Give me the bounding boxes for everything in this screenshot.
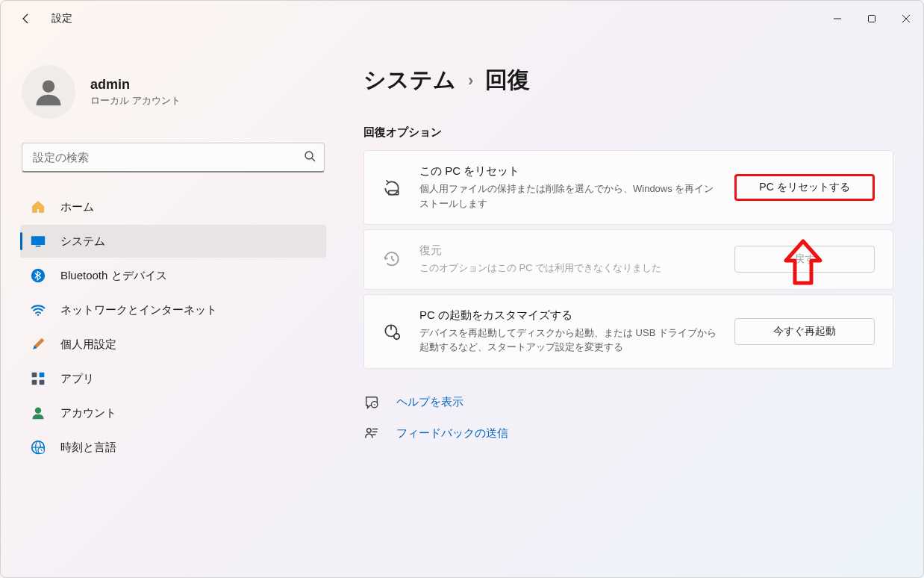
nav-bluetooth[interactable]: Bluetooth とデバイス: [20, 259, 326, 292]
card-reset-pc: この PC をリセット 個人用ファイルの保持または削除を選んでから、Window…: [363, 150, 893, 225]
search-input[interactable]: [22, 143, 325, 173]
power-gear-icon: [382, 322, 402, 341]
svg-point-30: [367, 428, 372, 432]
system-icon: [31, 234, 46, 249]
avatar: [22, 65, 75, 119]
card-title: PC の起動をカスタマイズする: [419, 308, 717, 323]
svg-text:?: ?: [373, 403, 375, 407]
svg-point-15: [35, 408, 41, 414]
profile-subtitle: ローカル アカウント: [90, 94, 181, 108]
breadcrumb: システム › 回復: [363, 65, 893, 96]
history-icon: [382, 249, 402, 269]
titlebar: 設定: [1, 1, 923, 37]
nav-personalization[interactable]: 個人用設定: [20, 328, 326, 361]
card-title: この PC をリセット: [419, 164, 717, 178]
wifi-icon: [31, 302, 46, 317]
nav-label: Bluetooth とデバイス: [60, 269, 167, 283]
help-icon: ?: [363, 394, 380, 411]
feedback-icon: [363, 426, 380, 442]
restart-now-button[interactable]: 今すぐ再起動: [734, 318, 875, 345]
reset-icon: [382, 178, 402, 197]
svg-point-4: [43, 80, 55, 93]
svg-rect-12: [40, 373, 45, 378]
profile-block[interactable]: admin ローカル アカウント: [16, 37, 331, 143]
card-title: 復元: [419, 243, 717, 258]
nav-system[interactable]: システム: [20, 225, 326, 258]
brush-icon: [31, 337, 46, 352]
svg-rect-8: [36, 246, 41, 247]
nav-label: アカウント: [60, 406, 116, 420]
close-button[interactable]: [889, 7, 923, 31]
nav-list: ホーム システム Bluetooth とデバイス ネットワークとインターネット …: [16, 190, 331, 464]
chevron-right-icon: ›: [468, 71, 473, 90]
svg-rect-11: [32, 373, 37, 378]
section-title: 回復オプション: [363, 125, 893, 140]
svg-rect-14: [40, 380, 45, 385]
breadcrumb-parent[interactable]: システム: [363, 65, 456, 96]
card-desc: デバイスを再起動してディスクから起動、または USB ドライブから起動するなど、…: [419, 326, 717, 355]
main-content: システム › 回復 回復オプション この PC をリセット 個人用ファイルの保持…: [337, 37, 923, 577]
annotation-arrow-icon: [781, 238, 825, 290]
nav-label: 個人用設定: [60, 338, 116, 352]
nav-label: 時刻と言語: [60, 441, 116, 455]
sidebar: admin ローカル アカウント ホーム システム Bluetooth とデバイ…: [1, 37, 337, 577]
card-desc: 個人用ファイルの保持または削除を選んでから、Windows を再インストールしま…: [419, 181, 717, 211]
breadcrumb-current: 回復: [485, 65, 530, 96]
minimize-button[interactable]: [820, 7, 855, 31]
back-button[interactable]: [19, 11, 34, 26]
svg-line-24: [392, 259, 394, 261]
maximize-button[interactable]: [855, 7, 889, 31]
svg-rect-13: [32, 380, 37, 385]
app-title: 設定: [51, 12, 72, 25]
feedback-link[interactable]: フィードバックの送信: [396, 426, 508, 441]
help-links: ? ヘルプを表示 フィードバックの送信: [363, 394, 893, 442]
svg-rect-7: [31, 236, 45, 245]
nav-network[interactable]: ネットワークとインターネット: [20, 293, 326, 326]
svg-point-5: [305, 152, 313, 159]
globe-icon: [31, 440, 46, 455]
nav-time[interactable]: 時刻と言語: [20, 431, 326, 464]
nav-label: ネットワークとインターネット: [60, 303, 217, 317]
nav-home[interactable]: ホーム: [20, 190, 326, 223]
account-icon: [31, 405, 46, 420]
help-link[interactable]: ヘルプを表示: [396, 395, 463, 409]
bluetooth-icon: [31, 268, 46, 283]
nav-accounts[interactable]: アカウント: [20, 397, 326, 429]
reset-pc-button[interactable]: PC をリセットする: [734, 174, 875, 201]
nav-apps[interactable]: アプリ: [20, 362, 326, 395]
nav-label: アプリ: [60, 372, 94, 386]
search-icon: [304, 150, 316, 165]
apps-icon: [31, 371, 46, 386]
nav-label: システム: [60, 234, 105, 249]
card-desc: このオプションはこの PC では利用できなくなりました: [419, 261, 717, 276]
card-startup: PC の起動をカスタマイズする デバイスを再起動してディスクから起動、または U…: [363, 294, 893, 369]
profile-name: admin: [90, 77, 181, 93]
svg-line-6: [312, 158, 315, 161]
svg-point-10: [37, 314, 40, 316]
nav-label: ホーム: [60, 200, 94, 214]
svg-rect-1: [869, 16, 875, 22]
home-icon: [31, 199, 46, 214]
search-wrap: [22, 143, 325, 173]
